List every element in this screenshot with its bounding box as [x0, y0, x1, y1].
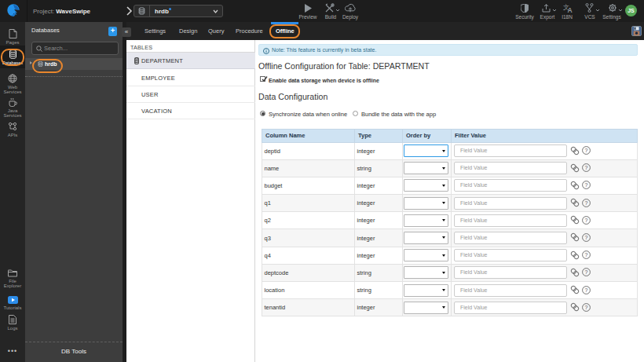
svg-text:?: ?	[585, 165, 588, 170]
svg-text:A: A	[568, 5, 573, 13]
svg-text:?: ?	[585, 235, 588, 240]
svg-text:?: ?	[585, 269, 588, 275]
svg-text:?: ?	[585, 305, 588, 310]
svg-text:?: ?	[585, 200, 588, 206]
svg-text:?: ?	[585, 218, 588, 223]
svg-text:?: ?	[585, 148, 588, 153]
svg-text:?: ?	[585, 287, 588, 293]
svg-text:?: ?	[585, 182, 588, 188]
svg-text:?: ?	[585, 252, 588, 258]
